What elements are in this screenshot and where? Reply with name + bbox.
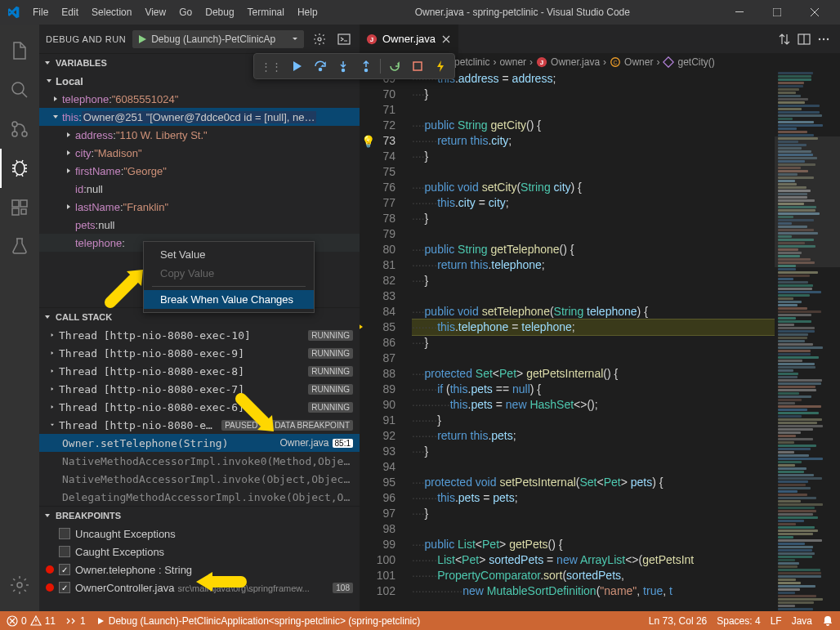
callstack-thread[interactable]: Thread [http-nio-8080-exec-10]RUNNING: [39, 326, 360, 344]
menu-edit[interactable]: Edit: [55, 7, 85, 18]
variable-row[interactable]: pets: null: [39, 216, 360, 234]
variable-row[interactable]: lastName: "Franklin": [39, 198, 360, 216]
code-line[interactable]: ········}: [412, 413, 775, 428]
code-line[interactable]: ····public String getTelephone() {: [412, 242, 775, 257]
breakpoints-section-header[interactable]: BREAKPOINTS: [39, 507, 360, 525]
menu-debug[interactable]: Debug: [199, 7, 240, 18]
code-line[interactable]: [412, 351, 775, 366]
menu-terminal[interactable]: Terminal: [241, 7, 291, 18]
context-set-value[interactable]: Set Value: [144, 245, 314, 264]
code-editor[interactable]: 6970717273💡74757677787980818283848586878…: [360, 71, 840, 611]
stack-frame[interactable]: Owner.setTelephone(String)Owner.java85:1: [39, 434, 360, 452]
code-line[interactable]: ····}: [412, 211, 775, 226]
callstack-thread[interactable]: Thread [http-nio-8080-exec-8]RUNNING: [39, 362, 360, 380]
notifications-icon[interactable]: [822, 615, 833, 627]
breakpoint-row[interactable]: Owner.telephone : String: [39, 561, 360, 579]
problems-status[interactable]: 0 11: [7, 615, 56, 627]
code-line[interactable]: ········PropertyComparator.sort(sortedPe…: [412, 568, 775, 583]
gear-icon[interactable]: [311, 30, 328, 48]
code-line[interactable]: [412, 288, 775, 304]
breakpoint-row[interactable]: Uncaught Exceptions: [39, 525, 360, 543]
code-line[interactable]: ········this.pets = pets;: [412, 490, 775, 506]
variable-row[interactable]: telephone: "6085551024": [39, 90, 360, 108]
code-line[interactable]: ················new MutableSortDefinitio…: [412, 583, 775, 599]
code-line[interactable]: ········if (this.pets == null) {: [412, 382, 775, 397]
search-icon[interactable]: [0, 70, 39, 109]
menu-view[interactable]: View: [138, 7, 172, 18]
menu-help[interactable]: Help: [291, 7, 324, 18]
callstack-thread[interactable]: Thread [http-nio-8080-exec-9]RUNNING: [39, 344, 360, 362]
code-line[interactable]: ············this.pets = new HashSet<>();: [412, 397, 775, 413]
code-line[interactable]: ····}: [412, 506, 775, 521]
variable-row[interactable]: id: null: [39, 180, 360, 198]
close-button[interactable]: [796, 0, 833, 25]
stack-frame[interactable]: NativeMethodAccessorImpl.invoke(Object,O…: [39, 470, 360, 488]
step-into-button[interactable]: [333, 56, 354, 77]
language-status[interactable]: Java: [792, 615, 812, 627]
code-line[interactable]: ····}: [412, 335, 775, 351]
code-line[interactable]: ········return this.pets;: [412, 428, 775, 444]
test-icon[interactable]: [0, 227, 39, 266]
menu-file[interactable]: File: [26, 7, 55, 18]
code-line[interactable]: ········this.telephone = telephone;: [412, 319, 775, 335]
menu-selection[interactable]: Selection: [85, 7, 138, 18]
debug-status[interactable]: Debug (Launch)-PetClinicApplication<spri…: [96, 615, 421, 627]
checkbox[interactable]: [59, 582, 70, 593]
checkbox[interactable]: [59, 546, 70, 557]
code-line[interactable]: [412, 102, 775, 118]
stack-frame[interactable]: NativeMethodAccessorImpl.invoke0(Method,…: [39, 452, 360, 470]
code-line[interactable]: ········this.city = city;: [412, 195, 775, 211]
debug-toolbar[interactable]: ⋮⋮: [253, 53, 455, 79]
split-editor-icon[interactable]: [798, 33, 811, 46]
debug-console-icon[interactable]: [335, 30, 353, 48]
callstack-thread[interactable]: Thread [http-nio-8080-exec-7]RUNNING: [39, 380, 360, 398]
code-line[interactable]: ····protected void setPetsInternal(Set<P…: [412, 475, 775, 490]
hot-reload-button[interactable]: [430, 56, 451, 77]
checkbox[interactable]: [59, 528, 70, 539]
step-out-button[interactable]: [355, 56, 377, 77]
code-line[interactable]: ········return this.telephone;: [412, 257, 775, 273]
variable-row[interactable]: address: "110 W. Liberty St.": [39, 126, 360, 144]
explorer-icon[interactable]: [0, 31, 39, 70]
restart-button[interactable]: [384, 56, 405, 77]
compare-icon[interactable]: [778, 33, 791, 46]
code-line[interactable]: ····protected Set<Pet> getPetsInternal()…: [412, 366, 775, 382]
breakpoint-row[interactable]: Caught Exceptions: [39, 543, 360, 561]
eol-status[interactable]: LF: [771, 615, 782, 627]
context-break-when-changes[interactable]: Break When Value Changes: [144, 290, 314, 309]
editor-tab[interactable]: J Owner.java: [360, 25, 459, 53]
code-line[interactable]: [412, 226, 775, 242]
code-line[interactable]: [412, 164, 775, 180]
stack-frame[interactable]: DelegatingMethodAccessorImpl.invoke(Obje…: [39, 488, 360, 506]
variable-row[interactable]: city: "Madison": [39, 144, 360, 162]
breakpoint-row[interactable]: OwnerController.javasrc\main\java\org\sp…: [39, 579, 360, 596]
checkbox[interactable]: [59, 564, 70, 575]
menu-go[interactable]: Go: [172, 7, 199, 18]
minimap[interactable]: [775, 71, 840, 611]
code-line[interactable]: ····public String getCity() {: [412, 118, 775, 133]
continue-button[interactable]: [287, 56, 308, 77]
variable-row[interactable]: firstName: "George": [39, 162, 360, 180]
indentation-status[interactable]: Spaces: 4: [717, 615, 760, 627]
code-line[interactable]: ····public List<Pet> getPets() {: [412, 537, 775, 552]
variable-row-this[interactable]: this: Owner@251 "[Owner@7ddce0cd id = [n…: [39, 108, 360, 126]
code-line[interactable]: ····}: [412, 149, 775, 164]
settings-gear-icon[interactable]: [0, 565, 39, 605]
minimize-button[interactable]: [721, 0, 758, 25]
debug-icon[interactable]: [0, 149, 39, 188]
ports-status[interactable]: 1: [65, 615, 86, 627]
code-line[interactable]: ····}: [412, 444, 775, 459]
stop-button[interactable]: [407, 56, 428, 77]
code-line[interactable]: ····}: [412, 273, 775, 288]
code-line[interactable]: [412, 521, 775, 537]
maximize-button[interactable]: [758, 0, 796, 25]
code-line[interactable]: ········this.address = address;: [412, 71, 775, 87]
code-line[interactable]: ········List<Pet> sortedPets = new Array…: [412, 552, 775, 568]
code-line[interactable]: ····public void setTelephone(String tele…: [412, 304, 775, 319]
callstack-thread[interactable]: Thread [http-nio-8080-exec-6]RUNNING: [39, 398, 360, 416]
cursor-position[interactable]: Ln 73, Col 26: [649, 615, 707, 627]
debug-config-dropdown[interactable]: Debug (Launch)-PetClinicAp: [132, 30, 304, 48]
lightbulb-icon[interactable]: 💡: [361, 134, 375, 150]
code-line[interactable]: ····}: [412, 87, 775, 102]
source-control-icon[interactable]: [0, 109, 39, 149]
